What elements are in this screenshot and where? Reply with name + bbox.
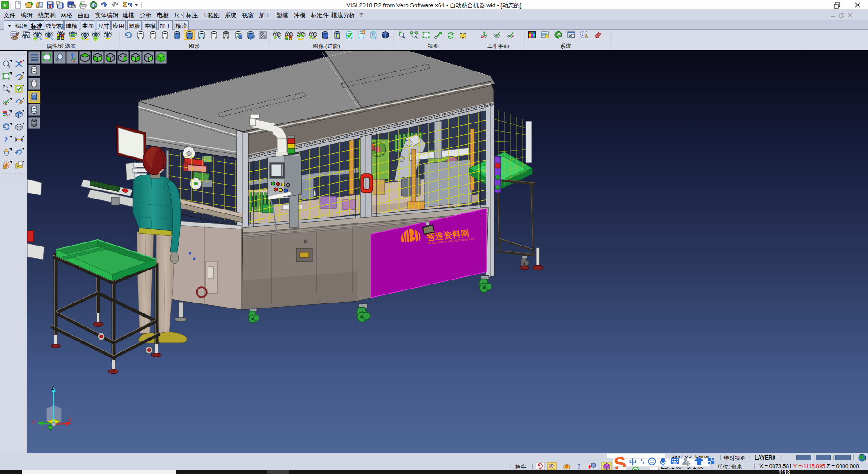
svg-text:?: ? [577, 463, 581, 470]
svg-text:7: 7 [687, 463, 689, 466]
svg-text:°,: °, [640, 458, 644, 465]
svg-text:?: ? [4, 136, 8, 144]
svg-text:X: X [68, 417, 72, 423]
svg-text:中: 中 [629, 458, 637, 466]
svg-text:Y: Y [32, 419, 35, 426]
svg-text:Z: Z [51, 385, 54, 391]
